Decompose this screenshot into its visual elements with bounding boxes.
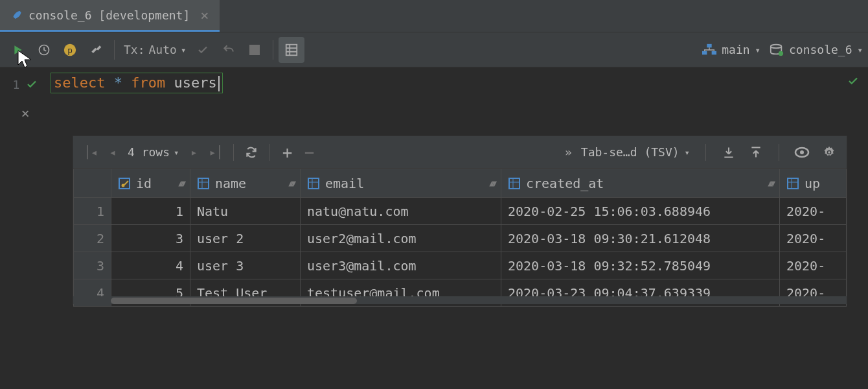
separator — [114, 40, 115, 60]
table-settings-button[interactable] — [818, 139, 840, 165]
cell-name[interactable]: user 2 — [190, 225, 301, 252]
separator — [779, 144, 779, 161]
column-header-id[interactable]: id ▲▼ — [111, 169, 190, 198]
svg-point-8 — [771, 44, 782, 48]
sql-statement[interactable]: select * from users — [51, 73, 223, 93]
cell-name[interactable]: Natu — [190, 198, 301, 225]
svg-rect-5 — [707, 43, 712, 47]
chevron-down-icon: ▾ — [181, 45, 186, 55]
schema-icon — [702, 43, 716, 56]
separator — [273, 40, 273, 60]
result-panel: │◂ ◂ 4 rows ▾ ▸ ▸│ + − » Tab-se…d (TSV) … — [73, 136, 847, 305]
chevron-down-icon: ▾ — [755, 45, 760, 55]
code-area[interactable]: select * from users — [51, 67, 868, 93]
column-header-email[interactable]: email ▲▼ — [301, 169, 501, 198]
prev-page-button[interactable]: ◂ — [102, 139, 124, 165]
line-number: 1 — [13, 78, 20, 91]
column-icon — [508, 177, 521, 190]
text-caret — [218, 76, 220, 91]
next-page-button[interactable]: ▸ — [183, 139, 205, 165]
tx-value: Auto — [149, 43, 177, 56]
cell-id[interactable]: 3 — [111, 225, 190, 252]
rollback-button[interactable] — [216, 37, 242, 63]
view-button[interactable] — [791, 139, 813, 165]
sql-editor: 1 × select * from users — [0, 67, 868, 121]
cell-updated[interactable]: 2020- — [780, 252, 847, 279]
star-token: * — [114, 75, 131, 91]
column-label: created_at — [526, 176, 604, 191]
keyword-from: from — [131, 75, 165, 91]
settings-button[interactable] — [83, 37, 109, 63]
cell-created[interactable]: 2020-03-18 09:30:21.612048 — [501, 225, 780, 252]
rownum-header — [74, 169, 111, 198]
upload-button[interactable] — [745, 139, 767, 165]
commit-button[interactable] — [190, 37, 216, 63]
svg-rect-20 — [788, 178, 798, 189]
svg-rect-6 — [702, 51, 707, 54]
key-column-icon — [118, 177, 131, 190]
session-selector[interactable]: console_6 ▾ — [770, 43, 863, 56]
sort-icon: ▲▼ — [288, 178, 293, 188]
editor-gutter: 1 × — [0, 67, 51, 121]
cell-updated[interactable]: 2020- — [780, 198, 847, 225]
close-result-icon[interactable]: × — [21, 105, 29, 121]
add-row-button[interactable]: + — [276, 139, 298, 165]
column-icon — [307, 177, 320, 190]
run-button[interactable] — [5, 37, 31, 63]
cell-created[interactable]: 2020-03-18 09:32:52.785049 — [501, 252, 780, 279]
table-row[interactable]: 1 1 Natu natu@natu.com 2020-02-25 15:06:… — [74, 198, 847, 225]
remove-row-button[interactable]: − — [298, 139, 320, 165]
column-icon — [786, 177, 799, 190]
session-label: console_6 — [789, 43, 852, 56]
column-header-created-at[interactable]: created_at ▲▼ — [501, 169, 780, 198]
explain-plan-button[interactable]: p — [57, 37, 83, 63]
first-page-button[interactable]: │◂ — [80, 139, 102, 165]
history-button[interactable] — [31, 37, 57, 63]
export-label: Tab-se…d (TSV) — [581, 145, 680, 159]
table-row[interactable]: 2 3 user 2 user2@mail.com 2020-03-18 09:… — [74, 225, 847, 252]
horizontal-scrollbar[interactable] — [73, 296, 847, 304]
cancel-button[interactable] — [242, 37, 268, 63]
cell-updated[interactable]: 2020- — [780, 225, 847, 252]
separator — [705, 144, 706, 161]
schema-label: main — [722, 43, 749, 56]
row-count-selector[interactable]: 4 rows ▾ — [124, 145, 183, 159]
export-format-selector[interactable]: Tab-se…d (TSV) ▾ — [577, 145, 694, 159]
svg-rect-3 — [249, 45, 260, 55]
inspection-ok-icon[interactable] — [847, 75, 859, 87]
last-page-button[interactable]: ▸│ — [205, 139, 227, 165]
feather-icon — [10, 9, 22, 21]
reload-button[interactable] — [240, 139, 262, 165]
tx-mode-selector[interactable]: Tx: Auto ▾ — [120, 43, 190, 56]
svg-rect-18 — [308, 178, 319, 189]
close-icon[interactable]: × — [196, 7, 209, 23]
column-icon — [197, 177, 210, 190]
column-label: email — [325, 176, 364, 191]
svg-rect-17 — [198, 178, 209, 189]
schema-selector[interactable]: main ▾ — [702, 43, 760, 56]
view-as-table-button[interactable] — [279, 37, 304, 63]
download-button[interactable] — [718, 139, 740, 165]
cell-id[interactable]: 4 — [111, 252, 190, 279]
table-header-row: id ▲▼ name ▲▼ email ▲▼ — [74, 169, 847, 198]
cell-email[interactable]: user2@mail.com — [301, 225, 501, 252]
cell-email[interactable]: user3@mail.com — [301, 252, 501, 279]
scrollbar-thumb[interactable] — [111, 298, 357, 304]
cell-name[interactable]: user 3 — [190, 252, 301, 279]
file-tab-console[interactable]: console_6 [development] × — [0, 0, 220, 32]
database-icon — [770, 43, 784, 56]
rows-label: 4 rows — [128, 145, 170, 159]
result-toolbar: │◂ ◂ 4 rows ▾ ▸ ▸│ + − » Tab-se…d (TSV) … — [73, 136, 847, 169]
row-number: 3 — [74, 252, 111, 279]
chevron-down-icon: ▾ — [174, 147, 179, 158]
expand-icon[interactable]: » — [565, 139, 572, 165]
column-header-name[interactable]: name ▲▼ — [190, 169, 301, 198]
cell-email[interactable]: natu@natu.com — [301, 198, 501, 225]
table-row[interactable]: 3 4 user 3 user3@mail.com 2020-03-18 09:… — [74, 252, 847, 279]
column-label: name — [215, 176, 246, 191]
column-header-updated-at[interactable]: up — [780, 169, 847, 198]
svg-rect-15 — [119, 178, 130, 189]
cell-created[interactable]: 2020-02-25 15:06:03.688946 — [501, 198, 780, 225]
cell-id[interactable]: 1 — [111, 198, 190, 225]
check-icon — [26, 78, 38, 90]
